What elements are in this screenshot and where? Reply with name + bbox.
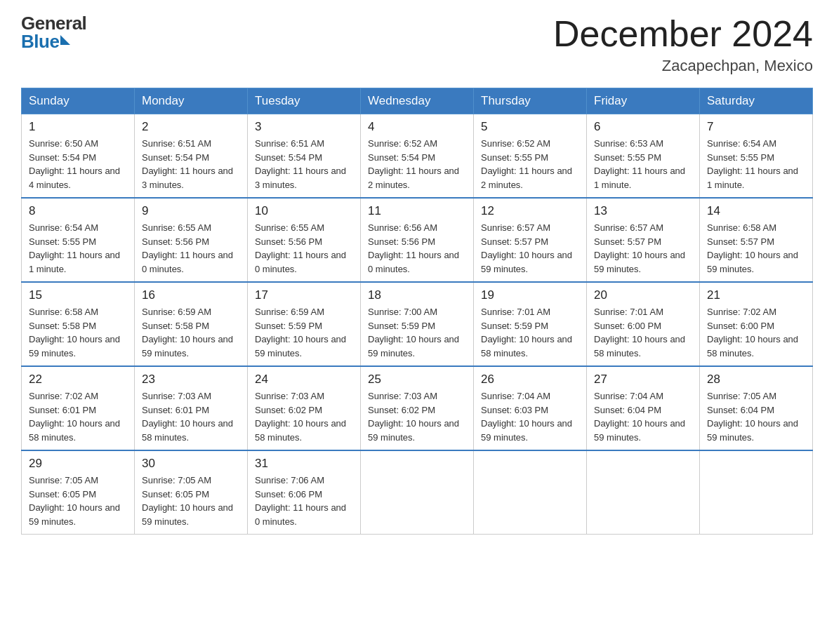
logo-general-text: General	[21, 14, 86, 32]
calendar-cell	[587, 450, 700, 535]
calendar-cell: 11 Sunrise: 6:56 AMSunset: 5:56 PMDaylig…	[361, 198, 474, 282]
day-info: Sunrise: 7:06 AMSunset: 6:06 PMDaylight:…	[255, 474, 353, 528]
day-info: Sunrise: 7:05 AMSunset: 6:05 PMDaylight:…	[142, 474, 240, 528]
calendar-cell: 1 Sunrise: 6:50 AMSunset: 5:54 PMDayligh…	[22, 114, 135, 199]
calendar-cell: 28 Sunrise: 7:05 AMSunset: 6:04 PMDaylig…	[700, 366, 813, 450]
day-info: Sunrise: 7:03 AMSunset: 6:01 PMDaylight:…	[142, 389, 240, 444]
calendar-cell: 23 Sunrise: 7:03 AMSunset: 6:01 PMDaylig…	[135, 366, 248, 450]
day-number: 17	[255, 288, 353, 302]
day-number: 29	[29, 457, 127, 471]
calendar-cell: 29 Sunrise: 7:05 AMSunset: 6:05 PMDaylig…	[22, 450, 135, 535]
calendar-cell: 18 Sunrise: 7:00 AMSunset: 5:59 PMDaylig…	[361, 282, 474, 366]
col-saturday: Saturday	[700, 88, 813, 114]
calendar-week-row-5: 29 Sunrise: 7:05 AMSunset: 6:05 PMDaylig…	[22, 450, 813, 535]
day-info: Sunrise: 7:01 AMSunset: 6:00 PMDaylight:…	[594, 305, 692, 360]
day-info: Sunrise: 7:00 AMSunset: 5:59 PMDaylight:…	[368, 305, 466, 360]
calendar-cell: 14 Sunrise: 6:58 AMSunset: 5:57 PMDaylig…	[700, 198, 813, 282]
day-info: Sunrise: 6:56 AMSunset: 5:56 PMDaylight:…	[368, 221, 466, 276]
calendar-cell: 3 Sunrise: 6:51 AMSunset: 5:54 PMDayligh…	[248, 114, 361, 199]
day-info: Sunrise: 7:01 AMSunset: 5:59 PMDaylight:…	[481, 305, 579, 360]
day-number: 15	[29, 288, 127, 302]
day-info: Sunrise: 6:57 AMSunset: 5:57 PMDaylight:…	[481, 221, 579, 276]
calendar-cell: 6 Sunrise: 6:53 AMSunset: 5:55 PMDayligh…	[587, 114, 700, 199]
calendar-cell: 22 Sunrise: 7:02 AMSunset: 6:01 PMDaylig…	[22, 366, 135, 450]
calendar-cell: 24 Sunrise: 7:03 AMSunset: 6:02 PMDaylig…	[248, 366, 361, 450]
day-info: Sunrise: 6:54 AMSunset: 5:55 PMDaylight:…	[707, 137, 805, 192]
day-number: 5	[481, 120, 579, 134]
calendar-cell: 19 Sunrise: 7:01 AMSunset: 5:59 PMDaylig…	[474, 282, 587, 366]
day-info: Sunrise: 7:04 AMSunset: 6:04 PMDaylight:…	[594, 389, 692, 444]
day-info: Sunrise: 6:58 AMSunset: 5:58 PMDaylight:…	[29, 305, 127, 360]
day-number: 30	[142, 457, 240, 471]
col-sunday: Sunday	[22, 88, 135, 114]
calendar-cell: 20 Sunrise: 7:01 AMSunset: 6:00 PMDaylig…	[587, 282, 700, 366]
day-number: 23	[142, 373, 240, 387]
day-info: Sunrise: 7:03 AMSunset: 6:02 PMDaylight:…	[368, 389, 466, 444]
calendar-cell: 4 Sunrise: 6:52 AMSunset: 5:54 PMDayligh…	[361, 114, 474, 199]
day-info: Sunrise: 6:51 AMSunset: 5:54 PMDaylight:…	[142, 137, 240, 192]
day-number: 22	[29, 373, 127, 387]
calendar-cell: 31 Sunrise: 7:06 AMSunset: 6:06 PMDaylig…	[248, 450, 361, 535]
logo: General Blue	[21, 14, 86, 51]
calendar-cell: 13 Sunrise: 6:57 AMSunset: 5:57 PMDaylig…	[587, 198, 700, 282]
day-number: 1	[29, 120, 127, 134]
day-info: Sunrise: 6:58 AMSunset: 5:57 PMDaylight:…	[707, 221, 805, 276]
calendar-cell: 25 Sunrise: 7:03 AMSunset: 6:02 PMDaylig…	[361, 366, 474, 450]
day-info: Sunrise: 6:53 AMSunset: 5:55 PMDaylight:…	[594, 137, 692, 192]
calendar-week-row-1: 1 Sunrise: 6:50 AMSunset: 5:54 PMDayligh…	[22, 114, 813, 199]
day-info: Sunrise: 6:54 AMSunset: 5:55 PMDaylight:…	[29, 221, 127, 276]
calendar-cell: 9 Sunrise: 6:55 AMSunset: 5:56 PMDayligh…	[135, 198, 248, 282]
day-number: 25	[368, 373, 466, 387]
day-number: 19	[481, 288, 579, 302]
col-monday: Monday	[135, 88, 248, 114]
calendar-cell	[474, 450, 587, 535]
day-number: 10	[255, 204, 353, 218]
calendar-cell: 8 Sunrise: 6:54 AMSunset: 5:55 PMDayligh…	[22, 198, 135, 282]
calendar-cell	[361, 450, 474, 535]
day-number: 28	[707, 373, 805, 387]
day-number: 27	[594, 373, 692, 387]
calendar-cell: 30 Sunrise: 7:05 AMSunset: 6:05 PMDaylig…	[135, 450, 248, 535]
day-info: Sunrise: 7:02 AMSunset: 6:01 PMDaylight:…	[29, 389, 127, 444]
day-info: Sunrise: 6:55 AMSunset: 5:56 PMDaylight:…	[255, 221, 353, 276]
day-info: Sunrise: 6:51 AMSunset: 5:54 PMDaylight:…	[255, 137, 353, 192]
day-number: 16	[142, 288, 240, 302]
month-title: December 2024	[553, 14, 813, 54]
day-number: 12	[481, 204, 579, 218]
calendar-cell	[700, 450, 813, 535]
logo-blue-text: Blue	[21, 32, 59, 51]
calendar-cell: 17 Sunrise: 6:59 AMSunset: 5:59 PMDaylig…	[248, 282, 361, 366]
calendar-cell: 7 Sunrise: 6:54 AMSunset: 5:55 PMDayligh…	[700, 114, 813, 199]
day-number: 18	[368, 288, 466, 302]
col-thursday: Thursday	[474, 88, 587, 114]
calendar-cell: 15 Sunrise: 6:58 AMSunset: 5:58 PMDaylig…	[22, 282, 135, 366]
day-number: 11	[368, 204, 466, 218]
calendar-cell: 16 Sunrise: 6:59 AMSunset: 5:58 PMDaylig…	[135, 282, 248, 366]
day-info: Sunrise: 7:05 AMSunset: 6:04 PMDaylight:…	[707, 389, 805, 444]
day-number: 8	[29, 204, 127, 218]
calendar-week-row-2: 8 Sunrise: 6:54 AMSunset: 5:55 PMDayligh…	[22, 198, 813, 282]
day-info: Sunrise: 7:02 AMSunset: 6:00 PMDaylight:…	[707, 305, 805, 360]
day-number: 6	[594, 120, 692, 134]
day-info: Sunrise: 7:04 AMSunset: 6:03 PMDaylight:…	[481, 389, 579, 444]
title-block: December 2024 Zacapechpan, Mexico	[553, 14, 813, 75]
day-number: 20	[594, 288, 692, 302]
logo-triangle-icon	[60, 35, 70, 45]
day-number: 7	[707, 120, 805, 134]
calendar-cell: 12 Sunrise: 6:57 AMSunset: 5:57 PMDaylig…	[474, 198, 587, 282]
calendar-table: Sunday Monday Tuesday Wednesday Thursday…	[21, 88, 813, 535]
calendar-cell: 2 Sunrise: 6:51 AMSunset: 5:54 PMDayligh…	[135, 114, 248, 199]
day-number: 4	[368, 120, 466, 134]
calendar-cell: 21 Sunrise: 7:02 AMSunset: 6:00 PMDaylig…	[700, 282, 813, 366]
day-info: Sunrise: 6:59 AMSunset: 5:58 PMDaylight:…	[142, 305, 240, 360]
calendar-cell: 26 Sunrise: 7:04 AMSunset: 6:03 PMDaylig…	[474, 366, 587, 450]
day-info: Sunrise: 7:03 AMSunset: 6:02 PMDaylight:…	[255, 389, 353, 444]
day-info: Sunrise: 6:50 AMSunset: 5:54 PMDaylight:…	[29, 137, 127, 192]
day-number: 14	[707, 204, 805, 218]
day-info: Sunrise: 7:05 AMSunset: 6:05 PMDaylight:…	[29, 474, 127, 528]
day-number: 21	[707, 288, 805, 302]
day-info: Sunrise: 6:55 AMSunset: 5:56 PMDaylight:…	[142, 221, 240, 276]
calendar-cell: 27 Sunrise: 7:04 AMSunset: 6:04 PMDaylig…	[587, 366, 700, 450]
day-info: Sunrise: 6:59 AMSunset: 5:59 PMDaylight:…	[255, 305, 353, 360]
day-info: Sunrise: 6:52 AMSunset: 5:54 PMDaylight:…	[368, 137, 466, 192]
